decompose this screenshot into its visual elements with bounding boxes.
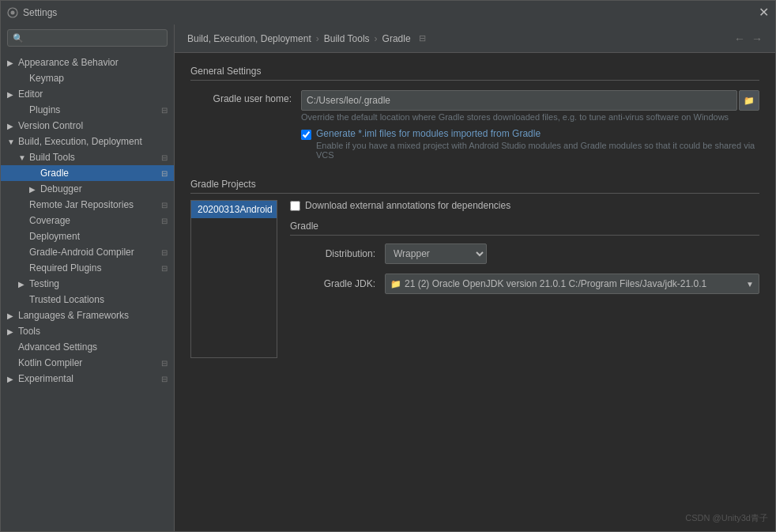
jdk-folder-icon: 📁 bbox=[390, 279, 401, 289]
settings-window: Settings ✕ 🔍 ▶ Appearance & Behavior Key… bbox=[0, 0, 776, 532]
gradle-jdk-control: 📁 21 (2) Oracle OpenJDK version 21.0.1 C… bbox=[385, 274, 759, 294]
breadcrumb-sep-1: › bbox=[316, 33, 319, 44]
sidebar-item-deployment[interactable]: Deployment bbox=[1, 228, 174, 244]
sidebar-item-testing[interactable]: ▶ Testing bbox=[1, 276, 174, 292]
sidebar-item-gradle[interactable]: Gradle ⊟ bbox=[1, 165, 174, 181]
nav-tree: ▶ Appearance & Behavior Keymap ▶ Editor … bbox=[1, 51, 174, 531]
sidebar-item-trusted-locations[interactable]: Trusted Locations bbox=[1, 292, 174, 308]
title-bar: Settings ✕ bbox=[1, 1, 775, 25]
sidebar-item-required-plugins[interactable]: Required Plugins ⊟ bbox=[1, 260, 174, 276]
sidebar-item-build-exec[interactable]: ▼ Build, Execution, Deployment bbox=[1, 134, 174, 149]
sidebar-item-experimental[interactable]: ▶ Experimental ⊟ bbox=[1, 371, 174, 387]
sidebar-item-label: Keymap bbox=[29, 73, 168, 84]
sidebar-item-editor[interactable]: ▶ Editor bbox=[1, 86, 174, 102]
gradle-jdk-select[interactable]: 📁 21 (2) Oracle OpenJDK version 21.0.1 C… bbox=[385, 274, 759, 294]
distribution-row: Distribution: Wrapper Local installation… bbox=[290, 243, 759, 264]
settings-panel: General Settings Gradle user home: 📁 Ove… bbox=[175, 53, 775, 531]
sidebar-item-remote-jar[interactable]: Remote Jar Repositories ⊟ bbox=[1, 197, 174, 213]
gradle-projects-title: Gradle Projects bbox=[190, 179, 759, 194]
generate-iml-row: Generate *.iml files for modules importe… bbox=[190, 128, 759, 166]
sidebar-item-version-control[interactable]: ▶ Version Control bbox=[1, 118, 174, 134]
gradle-jdk-value: 21 (2) Oracle OpenJDK version 21.0.1 C:/… bbox=[405, 278, 743, 289]
arrow-icon: ▶ bbox=[7, 327, 18, 336]
badge-icon: ⊟ bbox=[161, 106, 168, 115]
sidebar-item-languages[interactable]: ▶ Languages & Frameworks bbox=[1, 308, 174, 323]
close-button[interactable]: ✕ bbox=[759, 6, 769, 19]
sidebar-item-build-tools[interactable]: ▼ Build Tools ⊟ bbox=[1, 149, 174, 165]
sidebar-item-label: Trusted Locations bbox=[29, 294, 168, 305]
sidebar-item-gradle-android[interactable]: Gradle-Android Compiler ⊟ bbox=[1, 244, 174, 260]
badge-icon: ⊟ bbox=[161, 248, 168, 257]
arrow-icon: ▶ bbox=[29, 185, 40, 194]
sidebar-item-kotlin[interactable]: Kotlin Compiler ⊟ bbox=[1, 355, 174, 371]
generate-iml-checkbox[interactable] bbox=[301, 130, 311, 140]
gradle-home-row: Gradle user home: 📁 Override the default… bbox=[190, 90, 759, 122]
gradle-home-input[interactable] bbox=[301, 90, 737, 111]
project-list: 20200313Android bbox=[190, 200, 277, 358]
gradle-projects-section: Gradle Projects 20200313Android Download… bbox=[190, 179, 759, 358]
sidebar-item-label: Gradle bbox=[40, 168, 158, 179]
sidebar-item-label: Build, Execution, Deployment bbox=[18, 136, 168, 147]
search-box[interactable]: 🔍 bbox=[7, 29, 168, 47]
generate-iml-spacer bbox=[190, 128, 301, 131]
sidebar-item-label: Tools bbox=[18, 326, 168, 337]
search-icon: 🔍 bbox=[13, 33, 24, 43]
gradle-home-control: 📁 Override the default location where Gr… bbox=[301, 90, 759, 122]
generate-iml-label[interactable]: Generate *.iml files for modules importe… bbox=[316, 128, 541, 139]
general-settings-title: General Settings bbox=[190, 66, 759, 81]
breadcrumb-build-tools[interactable]: Build Tools bbox=[324, 33, 370, 44]
badge-icon: ⊟ bbox=[161, 375, 168, 383]
project-item[interactable]: 20200313Android bbox=[191, 201, 277, 218]
nav-arrows: ← → bbox=[734, 32, 763, 45]
sidebar-item-appearance[interactable]: ▶ Appearance & Behavior bbox=[1, 55, 174, 70]
sidebar-item-label: Deployment bbox=[29, 231, 168, 242]
sidebar-item-label: Experimental bbox=[18, 373, 158, 384]
badge-icon: ⊟ bbox=[161, 217, 168, 225]
sidebar-item-label: Testing bbox=[29, 278, 168, 289]
sidebar-item-coverage[interactable]: Coverage ⊟ bbox=[1, 213, 174, 228]
generate-iml-checkbox-row: Generate *.iml files for modules importe… bbox=[301, 128, 759, 160]
sidebar-item-label: Remote Jar Repositories bbox=[29, 199, 158, 210]
gradle-home-input-group: 📁 bbox=[301, 90, 759, 111]
badge-icon: ⊟ bbox=[161, 153, 168, 162]
gradle-home-browse-button[interactable]: 📁 bbox=[739, 90, 759, 111]
sidebar-item-tools[interactable]: ▶ Tools bbox=[1, 323, 174, 339]
folder-icon: 📁 bbox=[744, 96, 755, 106]
download-annotations-label[interactable]: Download external annotations for depend… bbox=[305, 200, 510, 211]
breadcrumb-edit-icon: ⊟ bbox=[419, 33, 426, 43]
generate-iml-hint: Enable if you have a mixed project with … bbox=[316, 141, 759, 160]
badge-icon: ⊟ bbox=[161, 169, 168, 178]
sidebar-item-plugins[interactable]: Plugins ⊟ bbox=[1, 102, 174, 118]
sidebar-item-debugger[interactable]: ▶ Debugger bbox=[1, 181, 174, 197]
sidebar-item-keymap[interactable]: Keymap bbox=[1, 70, 174, 86]
download-annotations-checkbox[interactable] bbox=[290, 201, 300, 211]
arrow-icon: ▶ bbox=[7, 122, 18, 130]
arrow-icon: ▶ bbox=[7, 375, 18, 383]
main-panel: Build, Execution, Deployment › Build Too… bbox=[175, 25, 775, 531]
watermark: CSDN @Unity3d青子 bbox=[685, 512, 768, 524]
gradle-jdk-label: Gradle JDK: bbox=[290, 278, 385, 289]
distribution-select[interactable]: Wrapper Local installation Specified loc… bbox=[385, 243, 487, 264]
sidebar-item-advanced[interactable]: Advanced Settings bbox=[1, 339, 174, 355]
arrow-icon: ▶ bbox=[7, 58, 18, 67]
sidebar-item-label: Languages & Frameworks bbox=[18, 310, 168, 321]
gradle-home-label: Gradle user home: bbox=[190, 90, 301, 104]
window-title: Settings bbox=[23, 7, 57, 18]
sidebar-item-label: Advanced Settings bbox=[18, 341, 168, 353]
breadcrumb-bar: Build, Execution, Deployment › Build Too… bbox=[175, 25, 775, 53]
breadcrumb-sep-2: › bbox=[375, 33, 378, 44]
sidebar-item-label: Coverage bbox=[29, 215, 158, 226]
sidebar-item-label: Required Plugins bbox=[29, 262, 158, 274]
gradle-home-hint: Override the default location where Grad… bbox=[301, 112, 759, 122]
distribution-control: Wrapper Local installation Specified loc… bbox=[385, 243, 759, 264]
back-button[interactable]: ← bbox=[734, 32, 745, 45]
generate-iml-control: Generate *.iml files for modules importe… bbox=[301, 128, 759, 166]
sidebar-item-label: Build Tools bbox=[29, 152, 158, 163]
title-bar-left: Settings bbox=[7, 7, 57, 18]
download-annotations-row: Download external annotations for depend… bbox=[290, 200, 759, 211]
breadcrumb-build-exec[interactable]: Build, Execution, Deployment bbox=[187, 33, 311, 44]
forward-button[interactable]: → bbox=[752, 32, 763, 45]
gradle-section-title: Gradle bbox=[290, 221, 759, 236]
generate-iml-wrapper: Generate *.iml files for modules importe… bbox=[316, 128, 759, 160]
search-input[interactable] bbox=[27, 32, 162, 43]
